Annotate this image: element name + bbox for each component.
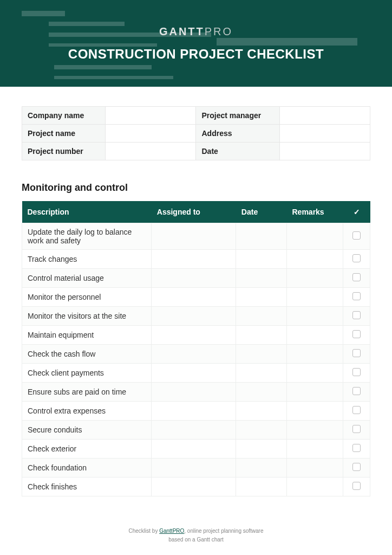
project-number-label: Project number bbox=[22, 143, 106, 160]
cell-date[interactable] bbox=[236, 440, 287, 459]
checkbox[interactable] bbox=[352, 254, 361, 262]
cell-remarks[interactable] bbox=[287, 477, 343, 496]
checkbox[interactable] bbox=[352, 231, 361, 240]
cell-remarks[interactable] bbox=[287, 364, 343, 383]
cell-remarks[interactable] bbox=[287, 402, 343, 421]
cell-remarks[interactable] bbox=[287, 326, 343, 345]
project-name-value[interactable] bbox=[106, 125, 196, 143]
cell-date[interactable] bbox=[236, 459, 287, 477]
table-row: Ensure subs are paid on time bbox=[22, 383, 370, 402]
project-manager-label: Project manager bbox=[196, 107, 279, 125]
cell-check bbox=[343, 326, 370, 345]
meta-table: Company name Project manager Project nam… bbox=[22, 106, 370, 160]
cell-assigned-to[interactable] bbox=[152, 402, 236, 421]
cell-remarks[interactable] bbox=[287, 345, 343, 364]
project-name-label: Project name bbox=[22, 125, 106, 143]
cell-remarks[interactable] bbox=[287, 288, 343, 307]
table-row: Track changes bbox=[22, 250, 370, 269]
cell-remarks[interactable] bbox=[287, 307, 343, 326]
cell-date[interactable] bbox=[236, 345, 287, 364]
cell-assigned-to[interactable] bbox=[152, 326, 236, 345]
table-row: Update the daily log to balance work and… bbox=[22, 223, 370, 250]
cell-check bbox=[343, 402, 370, 421]
cell-date[interactable] bbox=[236, 223, 287, 250]
cell-remarks[interactable] bbox=[287, 459, 343, 477]
table-row: Check finishes bbox=[22, 477, 370, 496]
cell-remarks[interactable] bbox=[287, 223, 343, 250]
checkbox[interactable] bbox=[352, 387, 361, 395]
date-value[interactable] bbox=[279, 143, 370, 160]
cell-assigned-to[interactable] bbox=[152, 421, 236, 440]
checkbox[interactable] bbox=[352, 311, 361, 319]
cell-check bbox=[343, 288, 370, 307]
table-row: Check client payments bbox=[22, 364, 370, 383]
table-row: Secure conduits bbox=[22, 421, 370, 440]
project-manager-value[interactable] bbox=[279, 107, 370, 125]
section-title: Monitoring and control bbox=[22, 182, 370, 193]
cell-assigned-to[interactable] bbox=[152, 383, 236, 402]
cell-remarks[interactable] bbox=[287, 383, 343, 402]
col-remarks: Remarks bbox=[287, 201, 343, 223]
cell-description: Secure conduits bbox=[22, 421, 152, 440]
checkbox[interactable] bbox=[352, 482, 361, 490]
cell-assigned-to[interactable] bbox=[152, 250, 236, 269]
footer-link[interactable]: GanttPRO bbox=[159, 528, 184, 534]
cell-date[interactable] bbox=[236, 421, 287, 440]
cell-date[interactable] bbox=[236, 477, 287, 496]
table-row: Check foundation bbox=[22, 459, 370, 477]
cell-check bbox=[343, 459, 370, 477]
cell-description: Check finishes bbox=[22, 477, 152, 496]
cell-assigned-to[interactable] bbox=[152, 440, 236, 459]
table-row: Maintain equipment bbox=[22, 326, 370, 345]
checkbox[interactable] bbox=[352, 273, 361, 281]
cell-assigned-to[interactable] bbox=[152, 223, 236, 250]
project-number-value[interactable] bbox=[106, 143, 196, 160]
cell-date[interactable] bbox=[236, 383, 287, 402]
cell-remarks[interactable] bbox=[287, 269, 343, 288]
checkbox[interactable] bbox=[352, 292, 361, 300]
cell-date[interactable] bbox=[236, 269, 287, 288]
cell-date[interactable] bbox=[236, 402, 287, 421]
cell-remarks[interactable] bbox=[287, 250, 343, 269]
cell-description: Monitor the visitors at the site bbox=[22, 307, 152, 326]
cell-check bbox=[343, 345, 370, 364]
cell-description: Monitor the personnel bbox=[22, 288, 152, 307]
cell-date[interactable] bbox=[236, 307, 287, 326]
cell-description: Check client payments bbox=[22, 364, 152, 383]
cell-assigned-to[interactable] bbox=[152, 269, 236, 288]
cell-date[interactable] bbox=[236, 250, 287, 269]
cell-assigned-to[interactable] bbox=[152, 459, 236, 477]
cell-date[interactable] bbox=[236, 288, 287, 307]
checkbox[interactable] bbox=[352, 330, 361, 338]
cell-description: Update the daily log to balance work and… bbox=[22, 223, 152, 250]
checkbox[interactable] bbox=[352, 368, 361, 376]
cell-assigned-to[interactable] bbox=[152, 364, 236, 383]
checkbox[interactable] bbox=[352, 349, 361, 357]
cell-assigned-to[interactable] bbox=[152, 307, 236, 326]
cell-description: Control extra expenses bbox=[22, 402, 152, 421]
cell-assigned-to[interactable] bbox=[152, 477, 236, 496]
cell-assigned-to[interactable] bbox=[152, 345, 236, 364]
footer-suffix: , online project planning software bbox=[184, 528, 263, 534]
page-title: CONSTRUCTION PROJECT CHECKLIST bbox=[68, 47, 324, 62]
cell-check bbox=[343, 477, 370, 496]
cell-remarks[interactable] bbox=[287, 421, 343, 440]
cell-check bbox=[343, 307, 370, 326]
checkbox[interactable] bbox=[352, 444, 361, 452]
cell-assigned-to[interactable] bbox=[152, 288, 236, 307]
table-row: Check the cash flow bbox=[22, 345, 370, 364]
cell-date[interactable] bbox=[236, 326, 287, 345]
cell-description: Check foundation bbox=[22, 459, 152, 477]
table-row: Control material usage bbox=[22, 269, 370, 288]
address-value[interactable] bbox=[279, 125, 370, 143]
cell-date[interactable] bbox=[236, 364, 287, 383]
cell-description: Ensure subs are paid on time bbox=[22, 383, 152, 402]
company-name-value[interactable] bbox=[106, 107, 196, 125]
cell-description: Maintain equipment bbox=[22, 326, 152, 345]
cell-check bbox=[343, 250, 370, 269]
cell-remarks[interactable] bbox=[287, 440, 343, 459]
checkbox[interactable] bbox=[352, 425, 361, 433]
col-assigned-to: Assigned to bbox=[152, 201, 236, 223]
checkbox[interactable] bbox=[352, 463, 361, 471]
checkbox[interactable] bbox=[352, 406, 361, 414]
